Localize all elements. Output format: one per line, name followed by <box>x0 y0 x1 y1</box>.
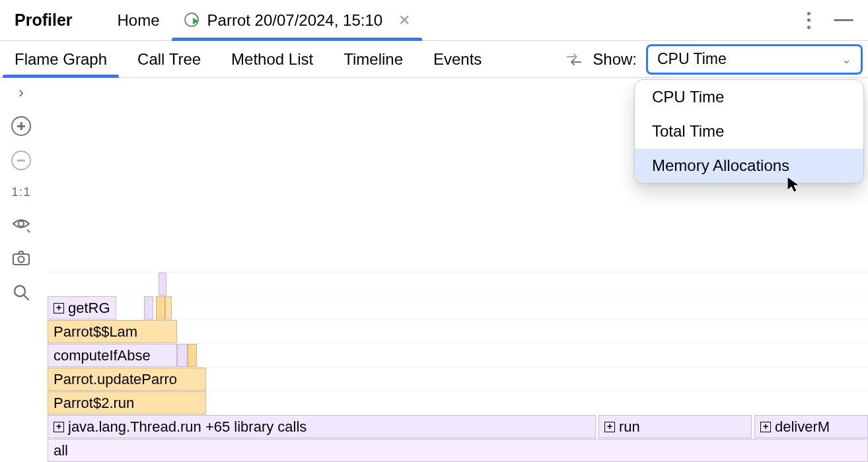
flame-block[interactable]: all <box>48 439 868 462</box>
search-icon[interactable] <box>11 282 31 302</box>
svg-point-4 <box>18 257 24 263</box>
show-dropdown[interactable]: CPU Time ⌄ <box>646 44 863 75</box>
show-controls: Show: CPU Time ⌄ <box>565 44 863 75</box>
flame-block-label: run <box>619 416 640 438</box>
flame-block[interactable]: Parrot.updateParro <box>48 368 206 391</box>
left-toolbar: › 1:1 <box>0 83 42 302</box>
subtab-bar: Flame Graph Call Tree Method List Timeli… <box>0 41 868 78</box>
swap-icon[interactable] <box>565 52 583 67</box>
flame-row: +java.lang.Thread.run +65 library calls+… <box>48 414 868 438</box>
flame-block-label: Parrot$$Lam <box>54 321 137 343</box>
flame-row <box>48 272 868 296</box>
flame-block[interactable] <box>177 344 188 367</box>
expand-sidebar-icon[interactable]: › <box>18 83 24 102</box>
flame-block[interactable] <box>144 296 153 319</box>
flame-block-label: Parrot$2.run <box>54 392 134 414</box>
flame-block-label: deliverM <box>775 416 830 438</box>
visibility-icon[interactable] <box>11 214 31 234</box>
flame-row: computeIfAbse <box>48 343 868 367</box>
flame-block[interactable]: +java.lang.Thread.run +65 library calls <box>48 415 596 438</box>
zoom-reset-button[interactable]: 1:1 <box>11 185 30 199</box>
flame-block[interactable] <box>156 296 165 319</box>
screenshot-icon[interactable] <box>11 248 31 268</box>
zoom-in-icon[interactable] <box>11 116 31 136</box>
close-tab-icon[interactable]: ✕ <box>398 13 410 28</box>
flame-block[interactable] <box>159 273 166 296</box>
flame-row: Parrot$2.run <box>48 391 868 414</box>
minimize-icon[interactable] <box>834 19 853 21</box>
flame-block[interactable] <box>165 296 172 319</box>
chevron-down-icon: ⌄ <box>842 52 851 67</box>
subtab-timeline[interactable]: Timeline <box>344 41 403 77</box>
flame-block[interactable]: +run <box>598 415 752 438</box>
tab-session[interactable]: Parrot 20/07/2024, 15:10 ✕ <box>172 0 423 40</box>
flame-row: Parrot$$Lam <box>48 319 868 343</box>
svg-rect-3 <box>13 254 29 265</box>
flame-block-label: java.lang.Thread.run +65 library calls <box>68 416 307 438</box>
show-option-cpu[interactable]: CPU Time <box>635 80 863 114</box>
flame-block-label: Parrot.updateParro <box>54 368 177 391</box>
expand-icon[interactable]: + <box>604 422 615 432</box>
expand-icon[interactable]: + <box>54 422 64 432</box>
flame-row: all <box>48 438 868 462</box>
subtab-events[interactable]: Events <box>433 41 482 77</box>
flame-block-label: getRG <box>68 297 110 319</box>
tab-home-label: Home <box>118 11 160 30</box>
tab-home[interactable]: Home <box>106 0 172 40</box>
expand-icon[interactable]: + <box>54 303 64 314</box>
flame-block-label: all <box>54 440 68 462</box>
flame-block[interactable]: +deliverM <box>754 415 868 438</box>
subtab-methodlist[interactable]: Method List <box>231 41 313 77</box>
zoom-out-icon[interactable] <box>11 150 31 170</box>
topbar: Profiler Home Parrot 20/07/2024, 15:10 ✕ <box>0 0 868 41</box>
flame-block[interactable]: +getRG <box>48 296 116 319</box>
profiler-title: Profiler <box>15 11 73 30</box>
flame-block[interactable] <box>188 344 197 367</box>
run-config-icon <box>184 12 201 29</box>
flame-block[interactable]: Parrot$2.run <box>48 391 206 414</box>
subtab-calltree[interactable]: Call Tree <box>137 41 201 77</box>
flame-block-label: computeIfAbse <box>54 345 151 367</box>
flame-block[interactable]: Parrot$$Lam <box>48 320 177 343</box>
show-option-memory[interactable]: Memory Allocations <box>635 148 863 183</box>
show-option-total[interactable]: Total Time <box>635 114 863 148</box>
cursor-icon <box>786 176 801 193</box>
svg-point-2 <box>18 221 24 226</box>
flame-block[interactable]: computeIfAbse <box>48 344 177 367</box>
flame-row: +getRG <box>48 296 868 319</box>
flamegraph[interactable]: all+java.lang.Thread.run +65 library cal… <box>48 269 868 462</box>
more-menu-icon[interactable] <box>807 12 811 29</box>
show-dropdown-value: CPU Time <box>657 50 727 68</box>
show-dropdown-popup: CPU Time Total Time Memory Allocations <box>634 79 864 183</box>
flame-row: Parrot.updateParro <box>48 367 868 391</box>
tab-session-label: Parrot 20/07/2024, 15:10 <box>207 11 383 30</box>
show-label: Show: <box>593 50 637 69</box>
subtab-flamegraph[interactable]: Flame Graph <box>15 41 107 77</box>
topbar-actions <box>807 12 863 29</box>
expand-icon[interactable]: + <box>760 422 771 432</box>
